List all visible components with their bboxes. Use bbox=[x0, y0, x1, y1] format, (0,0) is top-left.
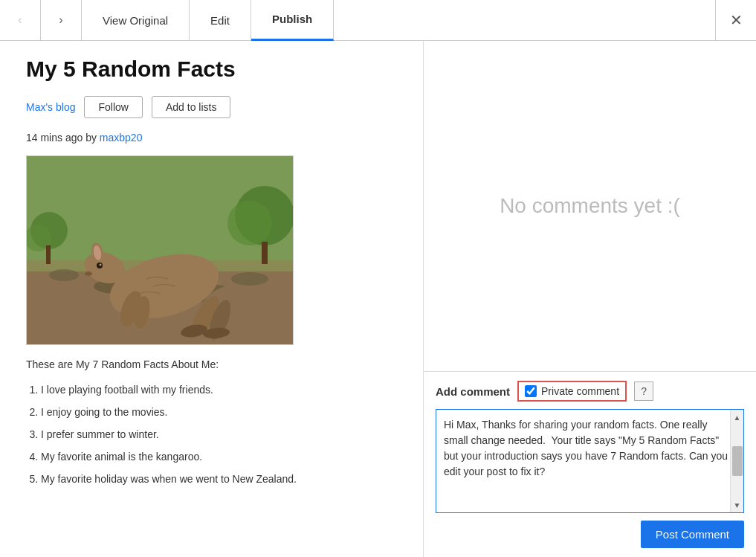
list-item: My favorite holiday was when we went to … bbox=[41, 469, 401, 489]
post-meta-row: Max's blog Follow Add to lists bbox=[26, 96, 401, 118]
forward-arrow-icon: › bbox=[59, 13, 62, 27]
add-comment-label: Add comment bbox=[436, 385, 510, 398]
question-icon: ? bbox=[641, 385, 647, 397]
svg-point-13 bbox=[100, 264, 102, 266]
comment-textarea[interactable]: Hi Max, Thanks for sharing your random f… bbox=[436, 410, 743, 510]
post-title: My 5 Random Facts bbox=[26, 56, 401, 83]
list-item: I prefer summer to winter. bbox=[41, 424, 401, 445]
private-comment-checkbox[interactable] bbox=[525, 385, 537, 397]
list-item: I love playing football with my friends. bbox=[41, 379, 401, 400]
post-time: 14 mins ago by maxbp20 bbox=[26, 132, 401, 144]
private-comment-box: Private comment bbox=[517, 381, 627, 402]
close-button[interactable]: ✕ bbox=[715, 0, 756, 41]
back-arrow-icon: ‹ bbox=[18, 13, 22, 27]
follow-button[interactable]: Follow bbox=[84, 96, 142, 118]
blog-link[interactable]: Max's blog bbox=[26, 101, 75, 113]
add-comment-section: Add comment Private comment ? Hi Max, Th… bbox=[424, 371, 756, 557]
scroll-up-arrow[interactable]: ▲ bbox=[731, 411, 743, 423]
back-arrow-button[interactable]: ‹ bbox=[0, 0, 41, 41]
svg-point-14 bbox=[85, 271, 92, 276]
comments-panel: No comments yet :( Add comment Private c… bbox=[424, 41, 756, 557]
question-mark-button[interactable]: ? bbox=[634, 381, 653, 401]
post-image bbox=[26, 155, 294, 345]
svg-rect-24 bbox=[262, 242, 268, 264]
post-comment-row: Post Comment bbox=[436, 521, 744, 557]
list-item: My favorite animal is the kangaroo. bbox=[41, 446, 401, 467]
svg-point-23 bbox=[227, 201, 272, 245]
close-icon: ✕ bbox=[730, 11, 743, 29]
svg-point-5 bbox=[231, 272, 268, 286]
kangaroo-image-svg bbox=[27, 156, 294, 345]
post-panel[interactable]: My 5 Random Facts Max's blog Follow Add … bbox=[0, 41, 424, 557]
svg-point-3 bbox=[49, 269, 79, 281]
post-list: I love playing football with my friends.… bbox=[41, 379, 401, 489]
post-intro: These are My 7 Random Facts About Me: bbox=[26, 358, 401, 370]
scroll-thumb[interactable] bbox=[732, 446, 743, 476]
comment-textarea-wrapper: Hi Max, Thanks for sharing your random f… bbox=[436, 409, 744, 513]
no-comments-text: No comments yet :( bbox=[500, 194, 680, 218]
top-navigation: ‹ › View Original Edit Publish ✕ bbox=[0, 0, 756, 41]
textarea-scrollbar[interactable]: ▲ ▼ bbox=[730, 410, 743, 512]
forward-arrow-button[interactable]: › bbox=[41, 0, 82, 41]
author-link[interactable]: maxbp20 bbox=[100, 132, 143, 144]
tab-view-original[interactable]: View Original bbox=[82, 0, 190, 41]
tab-edit[interactable]: Edit bbox=[190, 0, 251, 41]
add-to-lists-button[interactable]: Add to lists bbox=[152, 96, 230, 118]
post-comment-button[interactable]: Post Comment bbox=[641, 521, 744, 548]
private-comment-label: Private comment bbox=[541, 385, 619, 397]
main-area: My 5 Random Facts Max's blog Follow Add … bbox=[0, 41, 756, 557]
scroll-down-arrow[interactable]: ▼ bbox=[731, 499, 743, 511]
tab-publish[interactable]: Publish bbox=[251, 0, 334, 41]
add-comment-header: Add comment Private comment ? bbox=[436, 381, 744, 402]
list-item: I enjoy going to the movies. bbox=[41, 402, 401, 422]
svg-rect-27 bbox=[46, 245, 51, 264]
comments-area: No comments yet :( bbox=[424, 41, 756, 371]
